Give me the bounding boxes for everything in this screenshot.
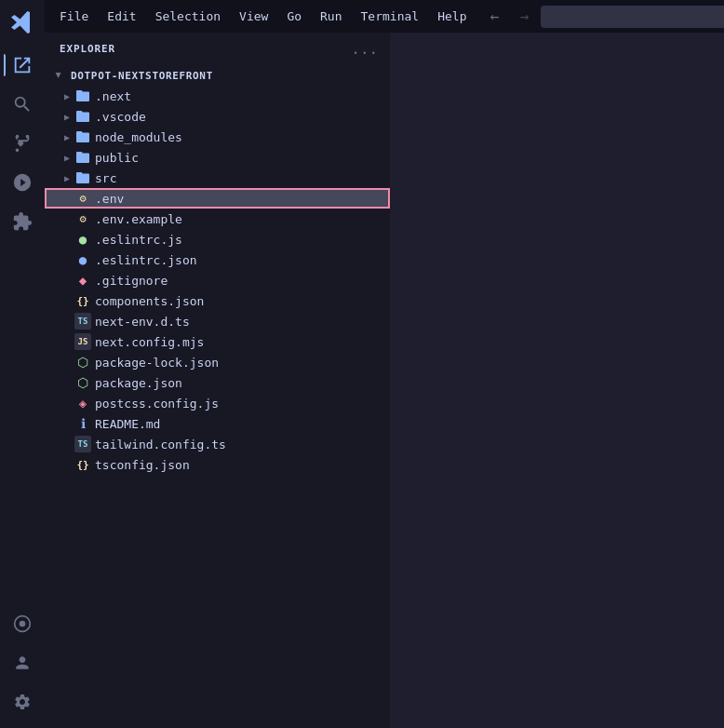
file-components-json[interactable]: {} components.json (45, 290, 390, 311)
folder-chevron-icon: ▶ (60, 88, 74, 103)
folder-public[interactable]: ▶ public (45, 147, 390, 168)
nav-forward-button[interactable]: → (511, 4, 537, 30)
file-readme[interactable]: ℹ README.md (45, 413, 390, 434)
file-next-config[interactable]: JS next.config.mjs (45, 331, 390, 352)
file-env-example[interactable]: ⚙ .env.example (45, 209, 390, 229)
gitignore-file-icon: ◆ (74, 272, 91, 289)
sidebar-title: EXPLORER (60, 43, 355, 55)
folder-chevron-icon: ▶ (60, 150, 74, 165)
menu-edit[interactable]: Edit (100, 6, 143, 27)
file-postcss-config[interactable]: ◈ postcss.config.js (45, 393, 390, 413)
readme-file-icon: ℹ (74, 415, 91, 432)
folder-public-label: public (95, 151, 139, 165)
file-tailwind-config-label: tailwind.config.ts (95, 438, 226, 452)
source-control-activity-icon[interactable] (4, 125, 41, 162)
tsconfig-file-icon: {} (74, 456, 91, 473)
menu-help[interactable]: Help (430, 6, 474, 27)
folder-icon (74, 128, 91, 145)
folder-icon (74, 88, 91, 104)
file-env-example-label: .env.example (95, 212, 182, 226)
accounts-activity-icon[interactable] (4, 644, 41, 681)
folder-icon (74, 108, 91, 125)
file-gitignore-label: .gitignore (95, 274, 168, 288)
nav-back-button[interactable]: ← (481, 4, 507, 30)
package-json-file-icon: ⬡ (74, 374, 91, 391)
file-eslintrc-js[interactable]: ● .eslintrc.js (45, 229, 390, 249)
next-config-file-icon: JS (74, 333, 91, 350)
components-json-file-icon: {} (74, 292, 91, 309)
menu-run[interactable]: Run (313, 6, 349, 27)
folder-icon (74, 149, 91, 166)
project-chevron-icon: ▶ (52, 68, 67, 83)
file-next-config-label: next.config.mjs (95, 335, 204, 349)
file-env-label: .env (95, 192, 124, 206)
file-readme-label: README.md (95, 417, 160, 431)
next-env-dts-file-icon: TS (74, 313, 91, 330)
file-eslintrc-json[interactable]: ● .eslintrc.json (45, 249, 390, 270)
file-next-env-dts-label: next-env.d.ts (95, 315, 190, 329)
folder-vscode[interactable]: ▶ .vscode (45, 106, 390, 127)
file-tsconfig[interactable]: {} tsconfig.json (45, 454, 390, 475)
titlebar: File Edit Selection View Go Run Terminal… (45, 0, 724, 33)
explorer-activity-icon[interactable] (4, 47, 41, 84)
menu-view[interactable]: View (232, 6, 275, 27)
file-tree: ▶ DOTPOT-NEXTSTOREFRONT ▶ .next ▶ (45, 65, 390, 728)
file-eslintrc-json-label: .eslintrc.json (95, 253, 197, 267)
file-package-json-label: package.json (95, 376, 182, 390)
file-package-json[interactable]: ⬡ package.json (45, 372, 390, 393)
file-next-env-dts[interactable]: TS next-env.d.ts (45, 311, 390, 331)
file-package-lock-label: package-lock.json (95, 356, 219, 370)
file-gitignore[interactable]: ◆ .gitignore (45, 270, 390, 290)
settings-activity-icon[interactable] (4, 683, 41, 721)
activity-bar (0, 0, 45, 728)
eslintrc-json-file-icon: ● (74, 251, 91, 268)
env-example-file-icon: ⚙ (74, 210, 91, 227)
file-tailwind-config[interactable]: TS tailwind.config.ts (45, 434, 390, 454)
sidebar-more-button[interactable]: ... (355, 39, 375, 60)
folder-vscode-label: .vscode (95, 110, 146, 124)
file-postcss-config-label: postcss.config.js (95, 397, 219, 411)
folder-chevron-icon: ▶ (60, 129, 74, 144)
folder-src[interactable]: ▶ src (45, 168, 390, 188)
folder-chevron-icon: ▶ (60, 170, 74, 185)
editor-area (390, 33, 724, 728)
sidebar-header: EXPLORER ... (45, 33, 390, 65)
file-eslintrc-js-label: .eslintrc.js (95, 233, 182, 247)
run-debug-activity-icon[interactable] (4, 164, 41, 201)
file-package-lock[interactable]: ⬡ package-lock.json (45, 352, 390, 372)
sidebar: EXPLORER ... ▶ DOTPOT-NEXTSTOREFRONT ▶ (45, 33, 390, 728)
menu-go[interactable]: Go (279, 6, 309, 27)
eslintrc-js-file-icon: ● (74, 231, 91, 248)
env-file-icon: ⚙ (74, 190, 91, 207)
menu-file[interactable]: File (52, 6, 96, 27)
file-env[interactable]: ⚙ .env (45, 188, 390, 209)
folder-node-modules-label: node_modules (95, 130, 182, 144)
remote-activity-icon[interactable] (4, 605, 41, 642)
folder-chevron-icon: ▶ (60, 109, 74, 124)
project-root[interactable]: ▶ DOTPOT-NEXTSTOREFRONT (45, 65, 390, 86)
project-name: DOTPOT-NEXTSTOREFRONT (71, 70, 213, 82)
file-tsconfig-label: tsconfig.json (95, 458, 190, 472)
folder-src-label: src (95, 171, 116, 185)
folder-node-modules[interactable]: ▶ node_modules (45, 127, 390, 147)
folder-next-label: .next (95, 89, 131, 103)
search-activity-icon[interactable] (4, 86, 41, 123)
tailwind-config-file-icon: TS (74, 436, 91, 452)
postcss-config-file-icon: ◈ (74, 395, 91, 411)
vscode-logo-icon (11, 11, 34, 34)
folder-next[interactable]: ▶ .next (45, 86, 390, 106)
file-components-json-label: components.json (95, 294, 204, 308)
package-lock-file-icon: ⬡ (74, 354, 91, 371)
titlebar-nav: ← → (481, 4, 724, 30)
sidebar-actions: ... (355, 39, 375, 60)
command-search-input[interactable] (541, 6, 724, 28)
menu-selection[interactable]: Selection (148, 6, 228, 27)
extensions-activity-icon[interactable] (4, 203, 41, 240)
folder-icon (74, 169, 91, 186)
menu-terminal[interactable]: Terminal (354, 6, 427, 27)
main-area: File Edit Selection View Go Run Terminal… (45, 0, 724, 728)
